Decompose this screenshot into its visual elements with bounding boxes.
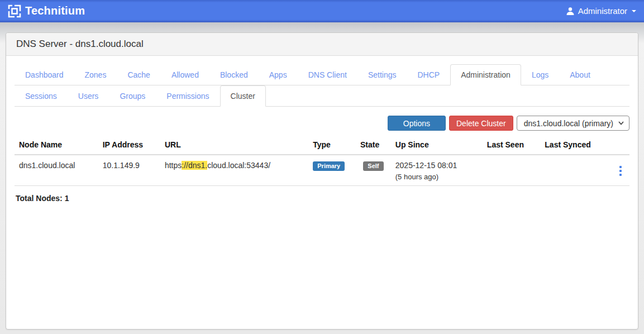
brand-link[interactable]: Technitium (8, 4, 85, 18)
col-header-last-seen: Last Seen (483, 135, 540, 155)
tab-about[interactable]: About (559, 64, 601, 85)
subtab-cluster[interactable]: Cluster (220, 85, 266, 107)
subtab-users[interactable]: Users (68, 85, 109, 107)
tab-allowed[interactable]: Allowed (161, 64, 209, 85)
subtab-permissions-label[interactable]: Permissions (156, 85, 220, 107)
col-header-actions (609, 135, 629, 155)
cell-actions (609, 155, 629, 186)
node-select-value: dns1.cloud.local (primary) (524, 119, 613, 128)
col-header-up-since: Up Since (391, 135, 483, 155)
cluster-nodes-table: Node Name IP Address URL Type State Up S… (15, 135, 629, 186)
tab-administration[interactable]: Administration (450, 64, 521, 85)
tab-dns-client[interactable]: DNS Client (298, 64, 357, 85)
user-name-label: Administrator (578, 6, 627, 16)
main-panel: DNS Server - dns1.cloud.local Dashboard … (6, 32, 638, 330)
subtab-users-label[interactable]: Users (68, 85, 109, 107)
tab-cache-label[interactable]: Cache (117, 64, 160, 85)
subtab-cluster-label[interactable]: Cluster (220, 85, 266, 107)
tab-dns-client-label[interactable]: DNS Client (298, 64, 357, 85)
tab-apps-label[interactable]: Apps (259, 64, 298, 85)
col-header-ip-address: IP Address (98, 135, 160, 155)
tab-logs[interactable]: Logs (521, 64, 559, 85)
technitium-logo-icon (8, 4, 21, 18)
cell-last-synced (540, 155, 609, 186)
tab-administration-label[interactable]: Administration (450, 64, 521, 85)
up-since-timestamp: 2025-12-15 08:01 (395, 161, 478, 170)
subtab-groups[interactable]: Groups (109, 85, 156, 107)
cell-ip-address: 10.1.149.9 (98, 155, 160, 186)
cell-state: Self (356, 155, 391, 186)
up-since-relative: (5 hours ago) (395, 173, 478, 181)
col-header-type: Type (308, 135, 356, 155)
page-title: DNS Server - dns1.cloud.local (6, 33, 638, 56)
col-header-url: URL (160, 135, 308, 155)
cell-type: Primary (308, 155, 356, 186)
tab-blocked[interactable]: Blocked (209, 64, 259, 85)
url-highlighted-text: ://dns1. (182, 161, 207, 170)
tab-logs-label[interactable]: Logs (521, 64, 559, 85)
tab-cache[interactable]: Cache (117, 64, 160, 85)
col-header-state: State (356, 135, 391, 155)
cluster-toolbar: Options Delete Cluster dns1.cloud.local … (15, 116, 629, 131)
tab-dhcp-label[interactable]: DHCP (407, 64, 451, 85)
tab-dhcp[interactable]: DHCP (407, 64, 451, 85)
cell-last-seen (483, 155, 540, 186)
tab-dashboard-label[interactable]: Dashboard (15, 64, 74, 85)
top-navbar: Technitium Administrator (0, 0, 644, 22)
chevron-down-icon (618, 121, 624, 125)
subtab-sessions-label[interactable]: Sessions (15, 85, 68, 107)
main-tab-bar: Dashboard Zones Cache Allowed Blocked Ap… (15, 64, 629, 85)
delete-cluster-button[interactable]: Delete Cluster (449, 116, 513, 131)
total-nodes-label: Total Nodes: 1 (16, 194, 628, 203)
cell-up-since: 2025-12-15 08:01 (5 hours ago) (391, 155, 483, 186)
admin-subtab-bar: Sessions Users Groups Permissions Cluste… (15, 85, 629, 107)
cell-url: https://dns1.cloud.local:53443/ (160, 155, 308, 186)
col-header-last-synced: Last Synced (540, 135, 609, 155)
tab-apps[interactable]: Apps (259, 64, 298, 85)
table-header-row: Node Name IP Address URL Type State Up S… (15, 135, 629, 155)
options-button[interactable]: Options (388, 116, 446, 131)
subtab-permissions[interactable]: Permissions (156, 85, 220, 107)
table-row: dns1.cloud.local 10.1.149.9 https://dns1… (15, 155, 629, 186)
state-badge: Self (363, 161, 383, 171)
url-suffix: cloud.local:53443/ (207, 161, 270, 170)
kebab-menu-icon[interactable] (616, 165, 625, 177)
tab-dashboard[interactable]: Dashboard (15, 64, 74, 85)
person-icon (566, 7, 575, 16)
col-header-node-name: Node Name (15, 135, 98, 155)
node-select[interactable]: dns1.cloud.local (primary) (517, 116, 629, 131)
cell-node-name: dns1.cloud.local (15, 155, 98, 186)
tab-allowed-label[interactable]: Allowed (161, 64, 209, 85)
tab-settings[interactable]: Settings (357, 64, 407, 85)
subtab-sessions[interactable]: Sessions (15, 85, 68, 107)
caret-down-icon (632, 10, 636, 12)
subtab-groups-label[interactable]: Groups (109, 85, 156, 107)
tab-blocked-label[interactable]: Blocked (209, 64, 259, 85)
user-dropdown[interactable]: Administrator (566, 6, 636, 16)
tab-settings-label[interactable]: Settings (357, 64, 407, 85)
type-badge: Primary (313, 161, 345, 171)
tab-zones-label[interactable]: Zones (74, 64, 117, 85)
url-prefix: https (165, 161, 182, 170)
brand-title: Technitium (25, 4, 85, 17)
tab-about-label[interactable]: About (559, 64, 601, 85)
tab-zones[interactable]: Zones (74, 64, 117, 85)
